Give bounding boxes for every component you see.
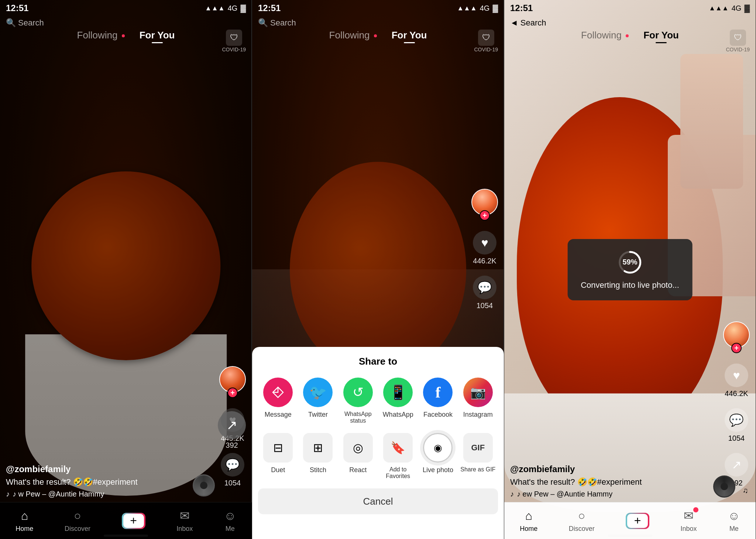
whatsapp-status-label: WhatsAppstatus	[344, 411, 372, 424]
nav-home-p3[interactable]: ⌂ Home	[520, 509, 537, 533]
covid-text-p3: COVID-19	[726, 47, 750, 52]
nav-discover-p1[interactable]: ○ Discover	[65, 509, 90, 533]
avatar-wrapper-p1[interactable]: +	[219, 366, 246, 393]
nav-create-p1[interactable]: +	[122, 513, 145, 529]
nav-me-p1[interactable]: ☺ Me	[224, 509, 236, 533]
tab-following-p3[interactable]: Following	[574, 30, 636, 41]
share-sheet-title: Share to	[252, 356, 504, 367]
right-sidebar-p2: + ♥ 446.2K 💬 1054	[471, 189, 498, 310]
battery-icon: ▓	[240, 4, 246, 13]
nav-discover-p3[interactable]: ○ Discover	[569, 509, 595, 533]
signal-icon-p3: ▲▲▲	[709, 4, 728, 12]
covid-shield-icon-p3: 🛡	[730, 30, 746, 46]
share-stitch[interactable]: ⊞ Stitch	[298, 433, 338, 480]
share-instagram[interactable]: 📷 Instagram	[458, 378, 498, 424]
nav-me-p3[interactable]: ☺ Me	[728, 509, 740, 533]
username-p1[interactable]: @zombiefamily	[6, 464, 215, 474]
tab-following-p1[interactable]: Following	[70, 30, 132, 41]
music-note-icon-p3: ♪	[510, 490, 514, 498]
search-bar-p2[interactable]: 🔍 Search	[252, 16, 504, 30]
stitch-label: Stitch	[310, 466, 326, 474]
cancel-button[interactable]: Cancel	[258, 488, 498, 514]
avatar-plus-p2[interactable]: +	[480, 210, 490, 221]
status-right: ▲▲▲ 4G ▓	[205, 4, 246, 13]
share-message[interactable]: Message	[258, 378, 298, 424]
nav-inbox-p3[interactable]: ✉ Inbox	[681, 509, 697, 533]
avatar-wrapper-p2[interactable]: +	[471, 189, 498, 215]
comment-btn-p2[interactable]: 💬 1054	[473, 276, 496, 310]
bottom-info-p1: @zombiefamily What's the result? 🤣🤣#expe…	[6, 464, 215, 498]
share-twitter[interactable]: 🐦 Twitter	[298, 378, 338, 424]
share-sheet: Share to Message 🐦 Twitter ↺	[252, 347, 504, 539]
tab-foryou-p3[interactable]: For You	[636, 30, 686, 41]
like-btn-p2[interactable]: ♥ 446.2K	[473, 231, 496, 265]
nav-home-p1[interactable]: ⌂ Home	[16, 509, 33, 533]
share-icon-p1: ↗	[226, 417, 237, 433]
share-button-p1[interactable]: ↗	[218, 411, 246, 439]
whatsapp-icon: 📱	[383, 378, 413, 407]
share-react[interactable]: ◎ React	[338, 433, 378, 480]
tab-following-p2[interactable]: Following	[322, 30, 384, 41]
covid-badge-p1[interactable]: 🛡 COVID-19	[222, 30, 246, 52]
like-btn-p3[interactable]: ♥ 446.2K	[725, 364, 748, 398]
username-p3[interactable]: @zombiefamily	[510, 464, 719, 474]
following-dot-p3	[626, 34, 629, 37]
tab-foryou-p2[interactable]: For You	[384, 30, 434, 41]
share-facebook[interactable]: f Facebook	[418, 378, 458, 424]
panel-2: 12:51 ▲▲▲ 4G ▓ 🔍 Search Following For Yo…	[252, 0, 504, 539]
discover-icon-p3: ○	[578, 509, 585, 523]
nav-create-p3[interactable]: +	[626, 513, 649, 529]
search-icon: 🔍	[6, 18, 16, 28]
nav-inbox-p1[interactable]: ✉ Inbox	[176, 509, 193, 533]
plus-icon-p1: +	[130, 514, 137, 528]
avatar-plus-p3[interactable]: +	[731, 343, 742, 353]
sponge-image	[31, 171, 220, 361]
status-bar-p2: 12:51 ▲▲▲ 4G ▓	[252, 0, 504, 16]
covid-badge-p2[interactable]: 🛡 COVID-19	[474, 30, 498, 52]
avatar-plus-p1[interactable]: +	[227, 388, 238, 398]
share-favorites[interactable]: 🔖 Add toFavorites	[378, 433, 418, 480]
search-bar-p3[interactable]: ◄ Search	[504, 16, 756, 30]
covid-shield-icon-p2: 🛡	[478, 30, 494, 46]
comment-count-p2: 1054	[477, 301, 493, 310]
music-text-p3: ♪ ew Pew – @Auntie Hammy	[517, 490, 612, 498]
tab-foryou-p1[interactable]: For You	[132, 30, 182, 41]
bottom-nav-p3: ⌂ Home ○ Discover + ✉ Inbox ☺ Me	[504, 502, 756, 539]
search-bar-p1[interactable]: 🔍 Search	[0, 16, 252, 30]
create-button-p1[interactable]: +	[122, 513, 145, 529]
share-gif[interactable]: GIF Share as GIF	[458, 433, 498, 480]
status-time: 12:51	[6, 3, 28, 13]
share-livephoto[interactable]: ◉ Live photo	[418, 433, 458, 480]
avatar-wrapper-p3[interactable]: +	[723, 321, 750, 348]
comment-count-p1: 1054	[224, 479, 241, 487]
me-label-p1: Me	[226, 525, 235, 533]
favorites-label: Add toFavorites	[386, 466, 410, 480]
right-sidebar-p3: + ♥ 446.2K 💬 1054 ↗ 392	[723, 321, 750, 487]
me-icon-p3: ☺	[728, 509, 740, 523]
share-whatsapp-status[interactable]: ↺ WhatsAppstatus	[338, 378, 378, 424]
comment-count-p3: 1054	[728, 434, 745, 443]
share-duet[interactable]: ⊟ Duet	[258, 433, 298, 480]
search-label-p2: Search	[270, 18, 296, 28]
inbox-label-p3: Inbox	[681, 525, 697, 533]
create-button-p3[interactable]: +	[626, 513, 649, 529]
share-whatsapp[interactable]: 📱 WhatsApp	[378, 378, 418, 424]
nav-tabs-p3: Following For You .nav-tab.active.p3-for…	[504, 30, 756, 41]
share-apps-row: Message 🐦 Twitter ↺ WhatsAppstatus 📱	[252, 378, 504, 424]
covid-badge-p3[interactable]: 🛡 COVID-19	[726, 30, 750, 52]
share-icon-p3: ↗	[725, 453, 748, 477]
back-arrow-icon-p3: ◄	[510, 18, 518, 28]
caption-p1: What's the result? 🤣🤣#experiment	[6, 477, 215, 487]
inbox-icon-p3: ✉	[684, 509, 694, 523]
duet-label: Duet	[271, 466, 285, 474]
stitch-icon: ⊞	[303, 433, 333, 463]
search-icon-p2: 🔍	[258, 18, 268, 28]
facebook-label: Facebook	[423, 411, 453, 419]
comment-btn-p3[interactable]: 💬 1054	[725, 408, 748, 443]
favorites-icon: 🔖	[383, 433, 413, 463]
status-right-p2: ▲▲▲ 4G ▓	[457, 4, 498, 13]
panel-3: 12:51 ▲▲▲ 4G ▓ ◄ Search Following For Yo…	[504, 0, 756, 539]
signal-icon-p2: ▲▲▲	[457, 4, 477, 12]
duet-icon: ⊟	[263, 433, 293, 463]
comment-btn-p1[interactable]: 💬 1054	[221, 453, 244, 487]
